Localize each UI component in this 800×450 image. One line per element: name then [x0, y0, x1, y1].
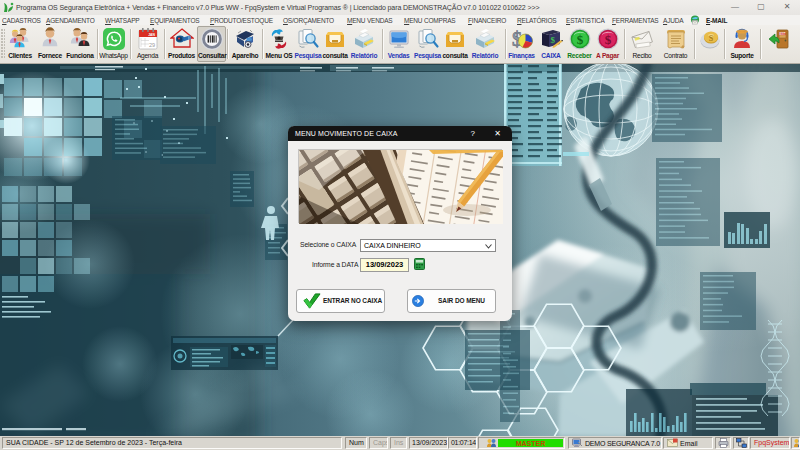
svg-text:$: $: [551, 35, 556, 45]
svg-text:JAN: JAN: [148, 33, 155, 37]
svg-text:$: $: [576, 32, 583, 47]
svg-text:S: S: [708, 34, 713, 43]
svg-text:EXIT: EXIT: [779, 32, 785, 36]
svg-text:29: 29: [148, 42, 154, 48]
svg-text:$: $: [604, 32, 611, 47]
